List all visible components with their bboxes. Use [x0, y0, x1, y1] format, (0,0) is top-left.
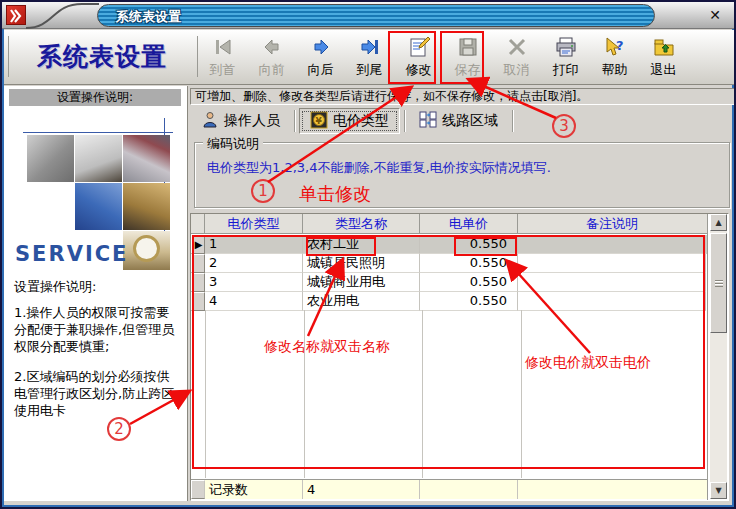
- prev-button[interactable]: 向前: [249, 32, 294, 82]
- header-indicator-cell: [191, 214, 205, 233]
- collage-line-h: [23, 132, 173, 133]
- sidebar-header: 设置操作说明:: [9, 89, 181, 106]
- row-indicator: [191, 292, 205, 311]
- header-price-type: 电价类型: [205, 214, 303, 233]
- window-title: 系统表设置: [116, 8, 181, 26]
- grid-line: [422, 310, 423, 478]
- tab-separator: [294, 110, 295, 132]
- photo-hand: [123, 183, 170, 230]
- help-icon: ?: [604, 35, 626, 59]
- tab-price-type-label: 电价类型: [333, 112, 389, 130]
- tab-line-region[interactable]: 线路区域: [409, 108, 508, 134]
- last-button[interactable]: 到尾: [347, 32, 392, 82]
- svg-text:?: ?: [616, 38, 624, 53]
- photo-pens: [123, 135, 170, 182]
- next-button-label: 向后: [308, 61, 334, 79]
- sidebar: 设置操作说明: SERVICE 设置操作说明: 1.操作人员的权限可按需要分配便…: [4, 86, 188, 501]
- tab-price-type[interactable]: ¥ 电价类型: [299, 108, 400, 134]
- help-button-label: 帮助: [602, 61, 628, 79]
- print-icon: [555, 35, 577, 59]
- instructions-title: 设置操作说明:: [14, 278, 96, 296]
- groupbox-title: 编码说明: [203, 135, 263, 153]
- footer-empty-cell: [518, 480, 706, 499]
- arrow-first-icon: [212, 35, 234, 59]
- header-note: 备注说明: [518, 214, 706, 233]
- price-type-table: 电价类型 类型名称 电单价 备注说明 ▶ 1 农村工业 0.550 2 城镇居民…: [190, 213, 729, 501]
- cell-type-name[interactable]: 城镇商业用电: [303, 273, 420, 292]
- cell-price-type: 3: [205, 273, 303, 292]
- row-indicator: [191, 273, 205, 292]
- toolbar-buttons: 到首 向前 向后 到尾: [200, 32, 686, 82]
- notice-bar: 可增加、删除、修改各类型后请进行保存，如不保存修改，请点击[取消]。: [190, 88, 736, 105]
- row-indicator: [191, 254, 205, 273]
- table-row[interactable]: 3 城镇商业用电 0.550: [191, 273, 707, 292]
- footer-indicator: [191, 480, 205, 499]
- tab-separator: [404, 110, 405, 132]
- save-button-label: 保存: [455, 61, 481, 79]
- cancel-icon: [507, 35, 527, 59]
- arrow-last-icon: [359, 35, 381, 59]
- edit-icon: [408, 35, 430, 59]
- tab-separator: [512, 110, 513, 132]
- app-window: 系统表设置 ✕ 系统表设置 到首 向前 向后: [0, 0, 736, 509]
- toolbar: 系统表设置 到首 向前 向后: [4, 30, 736, 85]
- scrollbar-thumb[interactable]: [710, 233, 727, 333]
- cell-type-name[interactable]: 城镇居民照明: [303, 254, 420, 273]
- photo-keyboard: [75, 183, 122, 230]
- close-icon[interactable]: ✕: [706, 6, 724, 24]
- scroll-up-icon[interactable]: ▲: [710, 214, 727, 231]
- last-button-label: 到尾: [357, 61, 383, 79]
- print-button[interactable]: 打印: [543, 32, 588, 82]
- cell-type-name[interactable]: 农村工业: [303, 235, 420, 254]
- cell-unit-price[interactable]: 0.550: [420, 235, 518, 254]
- vertical-scrollbar[interactable]: ▲ ▼: [710, 214, 727, 499]
- title-pill: 系统表设置: [97, 4, 655, 27]
- grid-line: [205, 310, 206, 478]
- svg-text:¥: ¥: [316, 115, 323, 125]
- table-row[interactable]: ▶ 1 农村工业 0.550: [191, 235, 707, 254]
- tab-line-region-label: 线路区域: [442, 112, 498, 130]
- arrow-prev-icon: [261, 35, 283, 59]
- table-header-row: 电价类型 类型名称 电单价 备注说明: [191, 214, 707, 234]
- cell-note: [518, 273, 706, 292]
- footer-empty-cell: [420, 480, 518, 499]
- cell-note: [518, 254, 706, 273]
- cell-type-name[interactable]: 农业用电: [303, 292, 420, 311]
- cell-price-type: 1: [205, 235, 303, 254]
- first-button[interactable]: 到首: [200, 32, 245, 82]
- header-type-name: 类型名称: [303, 214, 420, 233]
- cell-price-type: 2: [205, 254, 303, 273]
- arrow-next-icon: [310, 35, 332, 59]
- save-button[interactable]: 保存: [445, 32, 490, 82]
- cell-unit-price[interactable]: 0.550: [420, 273, 518, 292]
- watch-face: [133, 235, 160, 262]
- app-logo-icon: [6, 5, 26, 25]
- table-row[interactable]: 2 城镇居民照明 0.550: [191, 254, 707, 273]
- region-icon: [419, 111, 437, 131]
- table-row[interactable]: 4 农业用电 0.550: [191, 292, 707, 311]
- groupbox-note: 电价类型为1,2,3,4不能删除,不能重复,电价按实际情况填写.: [207, 159, 551, 177]
- cell-unit-price[interactable]: 0.550: [420, 254, 518, 273]
- grid-line: [304, 310, 305, 478]
- exit-button[interactable]: 退出: [641, 32, 686, 82]
- modify-button[interactable]: 修改: [396, 32, 441, 82]
- cell-unit-price[interactable]: 0.550: [420, 292, 518, 311]
- prev-button-label: 向前: [259, 61, 285, 79]
- cancel-button-label: 取消: [504, 61, 530, 79]
- scroll-down-icon[interactable]: ▼: [710, 482, 727, 499]
- help-button[interactable]: ? 帮助: [592, 32, 637, 82]
- tab-operators-label: 操作人员: [224, 112, 280, 130]
- header-unit-price: 电单价: [420, 214, 518, 233]
- title-bar: 系统表设置 ✕: [2, 2, 734, 29]
- cancel-button[interactable]: 取消: [494, 32, 539, 82]
- photo-pen: [75, 135, 122, 182]
- next-button[interactable]: 向后: [298, 32, 343, 82]
- tab-operators[interactable]: 操作人员: [192, 108, 290, 134]
- exit-icon: [653, 35, 675, 59]
- photo-watch: [123, 231, 170, 270]
- grid-line: [707, 214, 708, 500]
- service-collage-image: SERVICE: [9, 110, 181, 270]
- modify-button-label: 修改: [406, 61, 432, 79]
- instruction-item-2: 2.区域编码的划分必须按供电管理行政区划分,防止跨区使用电卡: [14, 368, 180, 419]
- step-3-badge: 3: [552, 114, 576, 138]
